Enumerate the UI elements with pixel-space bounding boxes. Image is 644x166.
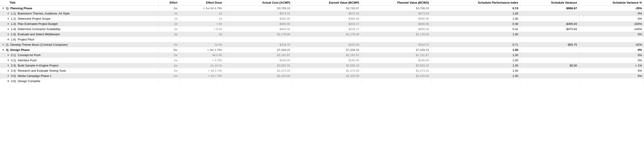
wbs-number: 1.2) bbox=[10, 17, 17, 20]
table-row[interactable]: 1.2)Determine Project Scope1d1d$360.00$3… bbox=[0, 16, 644, 21]
sv-cell bbox=[520, 78, 579, 84]
task-bullet-icon bbox=[7, 28, 10, 30]
spi-cell: 1.00 bbox=[431, 63, 520, 68]
wbs-number: 3.3) bbox=[10, 64, 17, 67]
col-svp[interactable]: Schedule Variance % bbox=[579, 0, 644, 6]
table-row[interactable]: 3.4)Research and Evaluate Testing Tools2… bbox=[0, 68, 644, 73]
acwp-cell: $1,425.00 bbox=[224, 73, 292, 78]
acwp-cell: $360.00 bbox=[224, 16, 292, 21]
table-row[interactable]: 1.3)Plan Estimated Project Budget2d> 6h$… bbox=[0, 21, 644, 26]
spi-cell: 0.74 bbox=[431, 6, 520, 11]
spi-cell: 0.38 bbox=[431, 21, 520, 26]
acwp-cell bbox=[224, 37, 292, 42]
effort-done-cell: > 4.75h bbox=[179, 58, 224, 63]
sv-cell bbox=[520, 47, 579, 52]
acwp-cell: $1,176.00 bbox=[224, 32, 292, 37]
col-effort[interactable]: Effort bbox=[158, 0, 179, 6]
title-cell[interactable]: 3.5)Media Campaign Phase 1 bbox=[0, 73, 158, 78]
wbs-number: 3.5) bbox=[10, 74, 17, 78]
title-cell[interactable]: 1.1)Brainstorm Themes, Audience, Art Sty… bbox=[0, 11, 158, 16]
title-cell[interactable]: 1.5)Evaluate and Select Middleware bbox=[0, 32, 158, 37]
task-bullet-icon bbox=[7, 22, 10, 25]
sv-cell bbox=[520, 68, 579, 73]
col-bcws[interactable]: Planned Value (BCWS) bbox=[361, 0, 431, 6]
bcws-cell bbox=[361, 78, 431, 84]
title-cell[interactable]: 3.3)Build Sample In-Engine Project bbox=[0, 63, 158, 68]
sv-cell bbox=[520, 32, 579, 37]
col-spi[interactable]: Schedule Performance Index bbox=[431, 0, 520, 6]
acwp-cell: $800.00 bbox=[224, 21, 292, 26]
title-cell[interactable]: 3)Design Phase bbox=[0, 47, 158, 52]
title-cell[interactable]: 3.1)Concept Art Push bbox=[0, 52, 158, 58]
header-row: Title Effort Effort Done Actual Cost (AC… bbox=[0, 0, 644, 6]
task-title: Plan Estimated Project Budget bbox=[18, 22, 58, 26]
col-bcwp[interactable]: Earned Value (BCWP) bbox=[292, 0, 361, 6]
wbs-number: 1) bbox=[6, 6, 10, 10]
acwp-cell: $3,093.33 bbox=[224, 63, 292, 68]
sv-cell bbox=[520, 37, 579, 42]
title-cell[interactable]: 1.6)Project Pitch bbox=[0, 37, 158, 42]
col-title[interactable]: Title bbox=[0, 0, 158, 6]
table-row[interactable]: 1.1)Brainstorm Themes, Audience, Art Sty… bbox=[0, 11, 644, 16]
effort-cell: 2w bbox=[158, 6, 179, 11]
title-cell[interactable]: 1.4)Determine Contractor Availability bbox=[0, 26, 158, 32]
svp-cell bbox=[579, 37, 644, 42]
svp-cell: 0% bbox=[579, 47, 644, 52]
effort-done-cell: < 3d 7.75h bbox=[179, 73, 224, 78]
title-cell[interactable]: 1)Planning Phase bbox=[0, 6, 158, 11]
table-row[interactable]: 1)Planning Phase2w< 1w 2d 4.75h$3,709.33… bbox=[0, 6, 644, 11]
spi-cell: 1.00 bbox=[431, 32, 520, 37]
table-row[interactable]: 3.3)Build Sample In-Engine Project2w1w 2… bbox=[0, 63, 644, 68]
col-acwp[interactable]: Actual Cost (ACWP) bbox=[224, 0, 292, 6]
task-title: Design Phase bbox=[10, 48, 30, 52]
col-sv[interactable]: Schedule Variance bbox=[520, 0, 579, 6]
bcwp-cell: $573.33 bbox=[292, 11, 361, 16]
bcwp-cell: $3,093.33 bbox=[292, 63, 361, 68]
sv-cell bbox=[520, 58, 579, 63]
task-bullet-icon bbox=[7, 59, 10, 62]
table-row[interactable]: 3.5)Media Campaign Phase 12w< 3d 7.75h$1… bbox=[0, 73, 644, 78]
bcws-cell: $1,473.33 bbox=[361, 68, 431, 73]
task-bullet-icon bbox=[7, 70, 10, 72]
title-cell[interactable]: 1.3)Plan Estimated Project Budget bbox=[0, 21, 158, 26]
wbs-number: 3) bbox=[6, 48, 10, 52]
table-row[interactable]: 3)Design Phase9w< 4w 1.75h$7,328.33$7,32… bbox=[0, 47, 644, 52]
sv-cell: -$470.83 bbox=[520, 26, 579, 32]
title-cell[interactable]: 3.4)Research and Evaluate Testing Tools bbox=[0, 68, 158, 73]
col-effort-done[interactable]: Effort Done bbox=[179, 0, 224, 6]
bcws-cell: $360.00 bbox=[361, 16, 431, 21]
wbs-number: 1.4) bbox=[10, 27, 17, 31]
svp-cell: -143% bbox=[579, 26, 644, 32]
disclosure-triangle-icon[interactable] bbox=[2, 7, 4, 10]
bcwp-cell bbox=[292, 78, 361, 84]
table-row[interactable]: 1.5)Evaluate and Select Middleware3d3d$1… bbox=[0, 32, 644, 37]
title-cell[interactable]: 1.2)Determine Project Scope bbox=[0, 16, 158, 21]
disclosure-triangle-icon[interactable] bbox=[2, 48, 4, 51]
wbs-number: 1.5) bbox=[10, 32, 17, 36]
table-row[interactable]: 1.6)Project Pitch bbox=[0, 37, 644, 42]
table-row[interactable]: 3.6)Design Complete bbox=[0, 78, 644, 84]
title-cell[interactable]: 2)Develop Theme Music (Contract Composer… bbox=[0, 42, 158, 47]
wbs-number: 1.3) bbox=[10, 22, 17, 26]
wbs-number: 1.1) bbox=[10, 12, 17, 15]
table-row[interactable]: 1.4)Determine Contractor Availability2d>… bbox=[0, 26, 644, 32]
table-row[interactable]: 2)Develop Theme Music (Contract Composer… bbox=[0, 42, 644, 47]
title-cell[interactable]: 3.2)Interface Push bbox=[0, 58, 158, 63]
task-title: Develop Theme Music (Contract Composer) bbox=[10, 43, 68, 46]
table-row[interactable]: 3.2)Interface Push1w> 4.75h$145.00$145.0… bbox=[0, 58, 644, 63]
bcws-cell bbox=[361, 37, 431, 42]
svg-marker-0 bbox=[2, 8, 4, 9]
sv-cell: -$93.75 bbox=[520, 42, 579, 47]
sv-cell bbox=[520, 52, 579, 58]
acwp-cell: $1,473.33 bbox=[224, 68, 292, 73]
title-cell[interactable]: 3.6)Design Complete bbox=[0, 78, 158, 84]
effort-done-cell bbox=[179, 37, 224, 42]
table-row[interactable]: 3.1)Concept Art Push2w4d 0.5h$1,191.67$1… bbox=[0, 52, 644, 58]
effort-cell: 2w bbox=[158, 73, 179, 78]
bcwp-cell: $1,176.00 bbox=[292, 32, 361, 37]
svp-cell bbox=[579, 78, 644, 84]
wbs-number: 3.1) bbox=[10, 53, 17, 57]
effort-done-cell: 2d bbox=[179, 11, 224, 16]
effort-cell: 2w bbox=[158, 52, 179, 58]
effort-done-cell: > 6h bbox=[179, 21, 224, 26]
